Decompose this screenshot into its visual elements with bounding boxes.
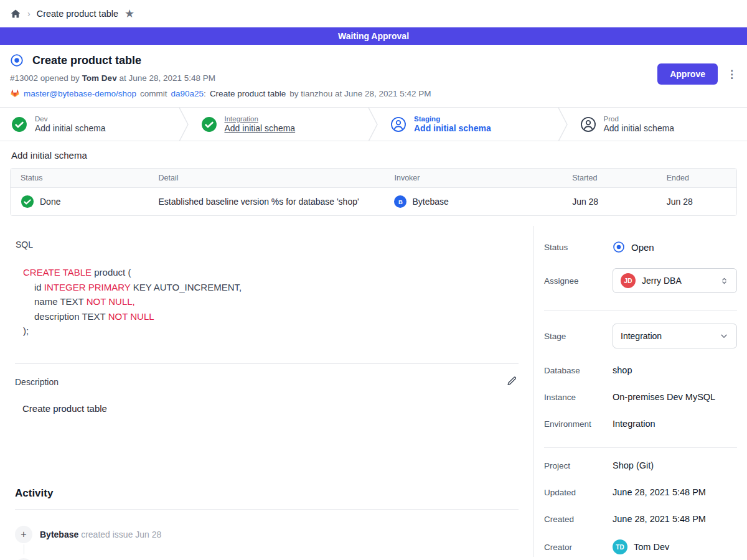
stage-separator [179,108,190,141]
sql-line: description TEXT NOT NULL [34,309,519,324]
person-circle-icon [580,116,596,133]
status-banner-text: Waiting Approval [338,31,409,41]
timeline-dot [15,558,32,560]
stage-separator [368,108,379,141]
branch-link[interactable]: master@bytebase-demo/shop [24,89,136,98]
page-title: Create product table [32,54,141,67]
task-detail: Established baseline version %s for data… [149,190,385,213]
description-content[interactable]: Create product table [22,403,519,414]
stage-integration[interactable]: Integration Add initial schema [190,108,369,141]
chevron-down-icon [719,331,729,341]
creator-value: Tom Dev [634,542,669,552]
more-actions-icon[interactable]: ⋮ [726,69,737,80]
issue-meta: #13002 opened by Tom Dev at June 28, 202… [10,73,737,83]
description-label: Description [15,377,59,387]
stage-staging[interactable]: Staging Add initial schema [379,108,558,141]
breadcrumb-current[interactable]: Create product table [37,9,118,19]
col-invoker: Invoker [384,169,562,187]
col-started: Started [562,169,657,187]
database-value: shop [613,365,737,375]
edit-description-button[interactable] [505,375,519,390]
sql-line: ); [23,324,519,338]
assignee-avatar: JD [621,273,636,288]
plus-icon: + [15,526,32,543]
updated-label: Updated [544,488,613,497]
instance-label: Instance [544,393,613,402]
stage-label: Stage [544,332,613,341]
stage-separator [558,108,569,141]
issue-meta-prefix: #13002 opened by [10,73,80,83]
stage-prod[interactable]: Prod Add initial schema [569,108,747,141]
task-table-header: Status Detail Invoker Started Ended [11,169,736,187]
pipeline: Dev Add initial schema Integration Add i… [0,108,747,141]
issue-header: Create product table #13002 opened by To… [0,45,747,108]
task-invoker: Bytebase [412,197,448,207]
issue-open-icon [613,241,625,253]
created-value: June 28, 2021 5:48 PM [613,514,737,524]
activity-entry: + Bytebase created issue Jun 28 [15,526,519,543]
environment-value: Integration [613,419,737,429]
stage-env-label: Integration [225,115,296,123]
issue-sidebar: Status Open Assignee JD Jerry DBA Stage [533,226,747,557]
sql-code-block: CREATE TABLE product ( id INTEGER PRIMAR… [23,265,519,338]
sql-line: name TEXT NOT NULL, [34,294,519,309]
assignee-select[interactable]: JD Jerry DBA [613,268,737,293]
activity-actor: Bytebase [40,530,78,539]
task-section: Add initial schema Status Detail Invoker… [0,141,747,226]
commit-suffix: by tianzhou at June 28, 2021 5:42 PM [289,89,431,98]
issue-author: Tom Dev [82,73,117,83]
task-status: Done [40,197,60,207]
divider [15,509,519,510]
breadcrumb-chevron-icon: › [27,9,31,19]
commit-line: master@bytebase-demo/shop commit da90a25… [10,88,737,98]
star-icon[interactable]: ★ [125,8,134,19]
activity-action: created issue Jun 28 [81,530,161,539]
instance-value: On-premises Dev MySQL [613,392,737,402]
stage-task-label: Add initial schema [225,123,296,133]
database-label: Database [544,366,613,375]
assignee-value: Jerry DBA [642,276,713,286]
activity-title: Activity [15,487,519,500]
issue-meta-suffix: at June 28, 2021 5:48 PM [119,73,215,83]
commit-word: commit [140,89,167,98]
commit-message: Create product table [210,89,286,98]
creator-avatar: TD [613,539,627,554]
project-label: Project [544,461,613,470]
table-row[interactable]: Done Established baseline version %s for… [11,187,736,215]
pencil-icon [507,376,517,386]
home-icon[interactable] [10,8,21,19]
commit-colon: : [204,89,206,98]
stage-task-label: Add initial schema [414,123,491,133]
commit-hash-link[interactable]: da90a25 [171,89,204,98]
status-banner: Waiting Approval [0,27,747,45]
stage-dev[interactable]: Dev Add initial schema [0,108,179,141]
stage-task-label: Add initial schema [35,123,106,133]
check-circle-icon [201,116,217,133]
sql-line: CREATE TABLE product ( [23,265,519,280]
divider [15,363,519,364]
col-status: Status [11,169,149,187]
approve-button[interactable]: Approve [657,63,718,85]
stage-select[interactable]: Integration [613,324,737,348]
check-circle-icon [21,195,34,208]
timeline-line [24,544,24,554]
stage-env-label: Staging [414,115,491,123]
stage-env-label: Dev [35,115,106,123]
person-circle-icon [390,116,406,133]
creator-label: Creator [544,543,613,552]
sql-line: id INTEGER PRIMARY KEY AUTO_INCREMENT, [34,280,519,295]
task-started: Jun 28 [562,190,657,213]
sql-label: SQL [16,240,519,250]
project-value[interactable]: Shop (Git) [613,460,737,470]
task-table: Status Detail Invoker Started Ended Done… [10,168,737,216]
created-label: Created [544,515,613,524]
stage-value: Integration [621,331,713,341]
task-ended: Jun 28 [657,190,736,213]
environment-label: Environment [544,419,613,429]
divider [544,447,737,448]
col-detail: Detail [149,169,385,187]
breadcrumb: › Create product table ★ [0,0,747,27]
task-section-title: Add initial schema [11,150,737,161]
stage-env-label: Prod [604,115,675,123]
status-label: Status [544,243,613,252]
